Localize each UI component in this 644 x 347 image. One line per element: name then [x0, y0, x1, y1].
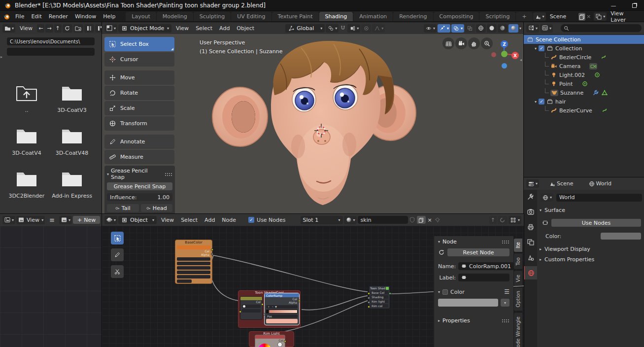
- nav-up-button[interactable]: ↑: [54, 24, 62, 33]
- shading-dropdown[interactable]: ▾: [519, 26, 521, 31]
- visibility-checkbox[interactable]: ✓: [539, 45, 544, 51]
- sidebar-tab-option[interactable]: Option: [514, 287, 522, 311]
- node-annotate-tool[interactable]: [111, 248, 124, 261]
- properties-tab-scene[interactable]: [524, 251, 537, 264]
- region-collapse-arrow[interactable]: ◂: [520, 58, 522, 62]
- color-output-socket[interactable]: [284, 340, 286, 343]
- image-view-dropdown[interactable]: View▾: [16, 216, 45, 224]
- delete-scene-button[interactable]: ×: [586, 13, 591, 20]
- tool-cursor[interactable]: Cursor: [104, 52, 174, 67]
- editor-type-button[interactable]: ▾: [104, 216, 117, 224]
- properties-tab-tool[interactable]: [524, 190, 537, 203]
- panel-drag-handle[interactable]: [165, 173, 172, 176]
- xray-toggle[interactable]: [465, 24, 475, 33]
- image-datablock-dropdown[interactable]: ▾: [59, 216, 72, 224]
- editor-type-button[interactable]: ▾: [2, 24, 15, 33]
- input-socket[interactable]: [239, 311, 241, 313]
- properties-section-collapse[interactable]: ▸: [438, 318, 440, 323]
- workspace-tab-texture-paint[interactable]: Texture Paint: [272, 12, 319, 21]
- snapping-button[interactable]: [498, 216, 508, 224]
- viewport-display-section[interactable]: ▸Viewport Display: [540, 246, 590, 252]
- workspace-tab-layout[interactable]: Layout: [126, 12, 156, 21]
- value-field[interactable]: [242, 309, 261, 312]
- sidebar-tab-node-wrangle[interactable]: Node Wrangle: [514, 313, 522, 347]
- editor-type-button[interactable]: ▾: [2, 216, 15, 224]
- viewport-canvas[interactable]: User Perspective (1) Scene Collection | …: [102, 34, 524, 214]
- filter-dropdown[interactable]: ▾: [540, 24, 553, 33]
- folder-item[interactable]: 3D-CoatV48: [49, 122, 95, 165]
- sidebar-tab-vie[interactable]: Vie: [514, 271, 522, 286]
- image-view-menu[interactable]: View: [26, 217, 40, 223]
- projection-field[interactable]: [177, 266, 210, 270]
- menubar-item-render[interactable]: Render: [45, 12, 71, 21]
- pan-view-button[interactable]: [468, 37, 480, 49]
- expand-icon[interactable]: ▾: [535, 100, 537, 104]
- value-field[interactable]: [242, 305, 261, 308]
- outliner-row-beziercurve[interactable]: BezierCurve: [524, 106, 644, 115]
- panel-drag-handle[interactable]: [502, 319, 509, 322]
- create-directory-button[interactable]: [73, 24, 83, 33]
- hamburger-menu[interactable]: ≡: [46, 215, 58, 225]
- scene-name-field[interactable]: Scene: [547, 13, 577, 21]
- snap-magnet-icon[interactable]: [339, 25, 346, 32]
- copy-material-button[interactable]: [417, 216, 426, 224]
- source-field[interactable]: [177, 275, 210, 278]
- shading-wireframe-button[interactable]: [476, 24, 486, 33]
- menubar-item-window[interactable]: Window: [71, 12, 100, 21]
- editor-type-button[interactable]: ▾: [526, 24, 539, 33]
- image-name-field[interactable]: [177, 257, 210, 261]
- proportional-editing-button[interactable]: [361, 24, 371, 33]
- camera-view-button[interactable]: [455, 37, 467, 49]
- view-layer-selector-icon[interactable]: ▾: [594, 12, 607, 21]
- color-override-checkbox[interactable]: [442, 289, 448, 295]
- menu-object[interactable]: Object: [233, 24, 258, 33]
- input-socket[interactable]: [368, 301, 370, 304]
- image-datablock-row[interactable]: [177, 245, 210, 249]
- folder-item[interactable]: Add-in Express: [49, 165, 95, 208]
- interpolation-field[interactable]: [177, 262, 210, 265]
- workspace-tab-+[interactable]: +: [516, 12, 532, 21]
- value-slider-knob[interactable]: [277, 342, 282, 347]
- toon-shader-group-node[interactable]: Toon Shader Base ColShadingRim lightRim …: [369, 285, 390, 309]
- color-output-socket[interactable]: [298, 300, 301, 302]
- outliner-row-hair[interactable]: ▾✓hair: [524, 97, 644, 106]
- gizmo-x-axis[interactable]: X: [511, 52, 519, 59]
- surface-section-header[interactable]: ▾Surface: [540, 207, 565, 213]
- outliner-row-beziercircle[interactable]: BezierCircle: [524, 53, 644, 62]
- node-color-swatch[interactable]: [438, 299, 498, 307]
- tool-transform[interactable]: Transform: [104, 116, 174, 131]
- pivot-dropdown[interactable]: ▾: [326, 24, 339, 33]
- view-layer-field[interactable]: View Layer: [608, 13, 641, 21]
- world-name-field[interactable]: World: [556, 194, 642, 202]
- folder-item[interactable]: 3D-CoatV4: [4, 122, 49, 165]
- region-collapse-arrow[interactable]: ▸: [0, 55, 2, 59]
- nav-back-button[interactable]: ←: [37, 24, 44, 33]
- tool-rotate[interactable]: Rotate: [104, 86, 174, 100]
- node-section-collapse[interactable]: ▾: [438, 240, 440, 244]
- color-ramp-gradient[interactable]: [266, 310, 298, 313]
- refresh-button[interactable]: [63, 24, 72, 33]
- rgb-node[interactable]: Col: [255, 335, 285, 347]
- menu-select[interactable]: Select: [192, 24, 216, 33]
- breadcrumb-scene[interactable]: Scene: [557, 180, 574, 187]
- slot-dropdown[interactable]: Slot 1▾: [301, 216, 343, 224]
- node-cut-links-tool[interactable]: [111, 265, 124, 278]
- influence-slider[interactable]: Influence: 1.00: [107, 193, 172, 201]
- use-nodes-checkbox[interactable]: ✓: [248, 217, 254, 223]
- sidebar-tab-too[interactable]: Too: [514, 254, 522, 269]
- outliner-row-scene-collection[interactable]: Scene Collection: [524, 35, 644, 44]
- image-editor-canvas[interactable]: [0, 226, 102, 347]
- color-presets-dropdown[interactable]: ▾: [501, 299, 509, 307]
- panel-collapse-icon[interactable]: ▾: [107, 172, 109, 176]
- tool-annotate[interactable]: Annotate: [104, 135, 174, 149]
- breadcrumb-world[interactable]: World: [596, 180, 612, 187]
- node-label-field[interactable]: [458, 274, 509, 281]
- display-mode-horizontal-button[interactable]: [95, 24, 102, 33]
- restore-button[interactable]: [627, 1, 642, 9]
- workspace-tab-uv-editing[interactable]: UV Editing: [231, 12, 271, 21]
- node-canvas[interactable]: BaseColor Col Alpha Toon ShaderCool: [102, 226, 524, 347]
- workspace-tab-scripting[interactable]: Scripting: [479, 12, 515, 21]
- shading-material-button[interactable]: [498, 24, 508, 33]
- material-browse-dropdown[interactable]: ▾: [344, 216, 357, 224]
- editor-type-button[interactable]: ▾: [104, 24, 117, 33]
